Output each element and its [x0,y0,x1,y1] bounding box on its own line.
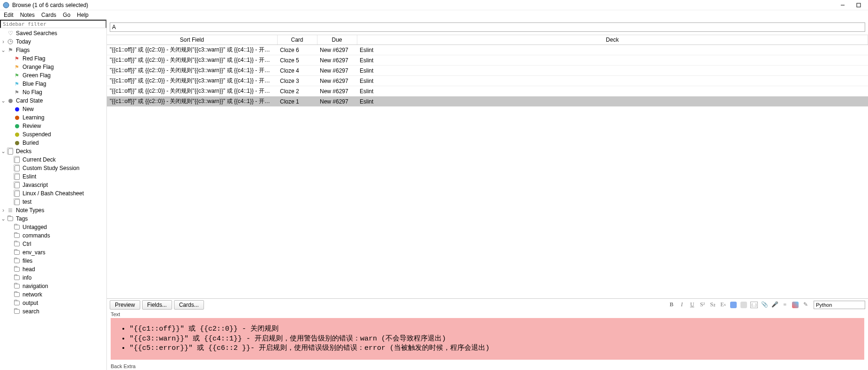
sidebar-today[interactable]: › Today [0,37,106,46]
heart-icon: ♡ [7,30,14,37]
sidebar-flag-item[interactable]: ⚑Green Flag [0,71,106,80]
deck-label: Current Deck [23,156,56,163]
sidebar-tag-item[interactable]: env_vars [0,248,106,257]
menu-notes[interactable]: Notes [20,12,35,18]
sidebar-deck-item[interactable]: Linux / Bash Cheatsheet [0,189,106,198]
sidebar-deck-item[interactable]: Eslint [0,172,106,181]
flag-label: Red Flag [23,55,45,62]
table-row[interactable]: "{{c1::off}}" 或 {{c2::0}} - 关闭规则"{{c3::w… [107,86,868,96]
color-swatch-blue[interactable] [729,301,738,309]
sidebar-card-state[interactable]: ⌄ Card State [0,96,106,105]
table-row[interactable]: "{{c1::off}}" 或 {{c2::0}} - 关闭规则"{{c3::w… [107,55,868,66]
dot-icon [13,116,21,120]
bold-icon[interactable]: B [667,301,676,309]
sidebar-flag-item[interactable]: ⚑Blue Flag [0,80,106,88]
sidebar-cardstate-item[interactable]: Review [0,122,106,130]
search-input[interactable] [110,22,865,32]
cardstate-label: New [23,106,34,112]
cardstate-label: Review [23,123,41,129]
deck-icon [13,191,21,197]
cell-deck: Eslint [357,76,868,86]
preview-button[interactable]: Preview [110,300,140,310]
sidebar-deck-item[interactable]: test [0,198,106,206]
subscript-icon[interactable]: S₂ [709,301,717,309]
flag-icon: ⚑ [13,89,21,96]
cloze-icon[interactable]: [..] [750,301,758,309]
italic-icon[interactable]: I [678,301,686,309]
fields-button[interactable]: Fields... [142,300,172,310]
menu-help[interactable]: Help [77,12,89,18]
col-header-deck[interactable]: Deck [357,35,868,45]
tag-input[interactable] [814,301,865,309]
svg-rect-2 [857,3,860,7]
flag-icon: ⚑ [13,81,21,87]
folder-icon [13,225,21,229]
cell-due: New #6297 [317,76,357,86]
sidebar-cardstate-item[interactable]: Suspended [0,130,106,139]
col-header-due[interactable]: Due [317,35,357,45]
sidebar-tag-item[interactable]: output [0,299,106,307]
table-row[interactable]: "{{c1::off}}" 或 {{c2::0}} - 关闭规则"{{c3::w… [107,76,868,86]
col-header-card[interactable]: Card [277,35,317,45]
cell-due: New #6297 [317,66,357,76]
sidebar-tag-item[interactable]: search [0,307,106,316]
sidebar-flag-item[interactable]: ⚑Orange Flag [0,63,106,71]
table-row[interactable]: "{{c1::off}}" 或 {{c2::0}} - 关闭规则"{{c3::w… [107,45,868,55]
sidebar-tag-item[interactable]: Untagged [0,223,106,231]
text-line-3: "{{c5::error}}" 或 {{c6::2 }}- 开启规则，使用错误级… [129,344,490,352]
sidebar-tag-item[interactable]: head [0,265,106,274]
sidebar-deck-item[interactable]: Javascript [0,181,106,189]
sidebar-filter-input[interactable] [0,20,106,28]
table-row[interactable]: "{{c1::off}}" 或 {{c2::0}} - 关闭规则"{{c3::w… [107,96,868,107]
superscript-icon[interactable]: S² [698,301,707,309]
sidebar-deck-item[interactable]: Custom Study Session [0,164,106,172]
erase-format-icon[interactable]: Ex [719,301,727,309]
deck-label: Linux / Bash Cheatsheet [23,190,84,197]
attach-icon[interactable]: 📎 [760,301,769,309]
html-icon[interactable]: ✎ [801,301,810,309]
tag-label: head [23,266,35,273]
sidebar-flag-item[interactable]: ⚑Red Flag [0,54,106,63]
titlebar: Browse (1 of 6 cards selected) [0,0,868,10]
color-swatch-gray[interactable] [740,301,748,309]
text-line-1: "{{c1::off}}" 或 {{c2::0}} - 关闭规则 [129,325,279,333]
cell-deck: Eslint [357,55,868,66]
sidebar-cardstate-item[interactable]: Learning [0,113,106,122]
menu-go[interactable]: Go [63,12,70,18]
folder-icon [7,216,14,221]
maximize-button[interactable] [852,1,865,9]
content-pane: Sort Field Card Due Deck "{{c1::off}}" 或… [107,20,868,370]
sidebar-tree: › ♡ Saved Searches › Today ⌄ ⚑ Flags ⚑Re… [0,28,106,370]
cell-sort-field: "{{c1::off}}" 或 {{c2::0}} - 关闭规则"{{c3::w… [107,66,277,76]
col-header-sort-field[interactable]: Sort Field [107,35,277,45]
field-text[interactable]: "{{c1::off}}" 或 {{c2::0}} - 关闭规则 "{{c3::… [111,318,864,360]
cards-button[interactable]: Cards... [174,300,204,310]
sidebar-tag-item[interactable]: commands [0,231,106,240]
cell-sort-field: "{{c1::off}}" 或 {{c2::0}} - 关闭规则"{{c3::w… [107,76,277,86]
menu-cards[interactable]: Cards [41,12,56,18]
table-row[interactable]: "{{c1::off}}" 或 {{c2::0}} - 关闭规则"{{c3::w… [107,66,868,76]
sidebar-note-types[interactable]: › Note Types [0,206,106,215]
sidebar-tag-item[interactable]: Ctrl [0,240,106,248]
sidebar-flag-item[interactable]: ⚑No Flag [0,88,106,96]
equation-icon[interactable]: ≡ [781,301,789,309]
sidebar-cardstate-item[interactable]: Buried [0,139,106,147]
sidebar-tag-item[interactable]: network [0,290,106,299]
sidebar-decks[interactable]: ⌄ Decks [0,147,106,155]
card-table-wrap[interactable]: Sort Field Card Due Deck "{{c1::off}}" 或… [107,35,868,298]
cell-sort-field: "{{c1::off}}" 或 {{c2::0}} - 关闭规则"{{c3::w… [107,96,277,107]
menu-edit[interactable]: Edit [4,12,14,18]
minimize-button[interactable] [836,1,849,9]
sidebar-tag-item[interactable]: info [0,274,106,282]
mic-icon[interactable]: 🎤 [770,301,779,309]
sidebar-tag-item[interactable]: navigation [0,282,106,290]
circle-icon [7,99,14,103]
sidebar-flags[interactable]: ⌄ ⚑ Flags [0,46,106,54]
sidebar-tag-item[interactable]: files [0,257,106,265]
sidebar-cardstate-item[interactable]: New [0,105,106,113]
sidebar-deck-item[interactable]: Current Deck [0,155,106,164]
underline-icon[interactable]: U [688,301,696,309]
highlight-icon[interactable] [791,301,800,309]
sidebar-tags[interactable]: ⌄ Tags [0,215,106,223]
sidebar-saved-searches[interactable]: › ♡ Saved Searches [0,29,106,37]
